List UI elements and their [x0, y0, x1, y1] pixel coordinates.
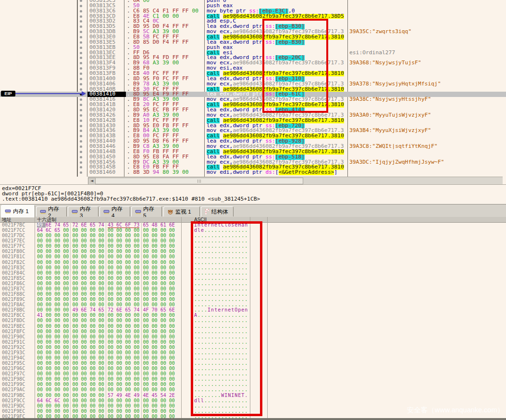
disasm-row[interactable]: 003813C6.C6 85 C4 F1 FF FF 00mov byte pt…: [0, 9, 506, 14]
dump-row[interactable]: 0021F9AC00 00 00 0000 00 00 0000 00 00 0…: [0, 387, 506, 392]
dump-row[interactable]: 0021F96C00 00 00 0000 00 00 0000 00 00 0…: [0, 366, 506, 371]
horizontal-scrollbar[interactable]: ◄: [88, 177, 503, 184]
dump-row[interactable]: 0021F92C00 00 00 0000 00 00 0000 00 00 0…: [0, 345, 506, 350]
breakpoint-dot-icon[interactable]: [80, 31, 82, 33]
breakpoint-dot-icon[interactable]: [80, 57, 82, 59]
dump-row[interactable]: 0021F93C00 00 00 0000 00 00 0000 00 00 0…: [0, 350, 506, 355]
breakpoint-dot-icon[interactable]: [80, 161, 82, 164]
dump-row[interactable]: 0021F94C00 00 00 0000 00 00 0000 00 00 0…: [0, 355, 506, 360]
breakpoint-dot-icon[interactable]: [80, 145, 82, 148]
breakpoint-dot-icon[interactable]: [80, 67, 82, 70]
tab-struct[interactable]: 结构体: [201, 206, 234, 216]
breakpoint-dot-icon[interactable]: [80, 166, 82, 168]
tab-memory-4[interactable]: 内存 4: [99, 206, 130, 216]
tab-watch[interactable]: 监视 1: [163, 206, 200, 216]
breakpoint-dot-icon[interactable]: [80, 171, 82, 174]
scroll-left-arrow-icon[interactable]: ◄: [88, 178, 96, 185]
breakpoint-dot-icon[interactable]: [80, 10, 82, 12]
disasm-row[interactable]: 003813D2.83 C4 0Cadd esp,C: [0, 19, 506, 24]
disasm-row[interactable]: 00381426.B9 A0 A3 39 00mov ecx,ae986dd43…: [0, 113, 506, 118]
breakpoint-dot-icon[interactable]: [80, 47, 82, 49]
tab-memory-5[interactable]: 内存 5: [131, 206, 162, 216]
breakpoint-dot-icon[interactable]: [80, 36, 82, 38]
disasm-row[interactable]: 0038140B.E8 30 FC FF FFcall ae986dd43608…: [0, 87, 506, 92]
dump-row[interactable]: 0021F7EC00 00 00 0000 00 00 0000 00 00 0…: [0, 238, 506, 243]
dump-row[interactable]: 0021F9CC64 6C 6C 0000 00 00 0000 00 00 0…: [0, 398, 506, 403]
breakpoint-dot-icon[interactable]: [80, 5, 82, 7]
breakpoint-dot-icon[interactable]: [80, 15, 82, 18]
tab-memory-2[interactable]: 内存 2: [36, 206, 67, 216]
disasm-row[interactable]: 003813F9.8B F0mov esi,eax: [0, 66, 506, 71]
breakpoint-dot-icon[interactable]: [80, 62, 82, 64]
breakpoint-dot-icon[interactable]: [80, 88, 82, 91]
disasm-row[interactable]: 003813EB.50push eax: [0, 45, 506, 50]
breakpoint-dot-icon[interactable]: [80, 140, 82, 143]
breakpoint-dot-icon[interactable]: [80, 120, 82, 122]
dump-row[interactable]: 0021F83C00 00 00 0000 00 00 0000 00 00 0…: [0, 265, 506, 270]
disasm-row[interactable]: 00381460.8B 3D 94 80 39 00mov edi,dword …: [0, 170, 506, 175]
breakpoint-dot-icon[interactable]: [80, 114, 82, 117]
breakpoint-dot-icon[interactable]: [80, 109, 82, 111]
breakpoint-dot-icon[interactable]: [80, 98, 82, 101]
dump-row[interactable]: 0021F81C00 00 00 0000 00 00 0000 00 00 0…: [0, 254, 506, 259]
dump-row[interactable]: 0021F8AC00 00 00 0000 00 00 0000 00 00 0…: [0, 302, 506, 307]
dump-row[interactable]: 0021F85C00 00 00 0000 00 00 0000 00 00 0…: [0, 276, 506, 281]
disasm-row[interactable]: 0038143B.E8 00 FC FF FFcall ae986dd43608…: [0, 133, 506, 139]
disasm-row[interactable]: 003813CD.E8 4E C1 00 00call ae986dd43608…: [0, 14, 506, 19]
dump-row[interactable]: 0021F7DC00 00 00 0000 00 00 0000 00 00 0…: [0, 233, 506, 238]
breakpoint-dot-icon[interactable]: [80, 20, 82, 23]
disasm-row[interactable]: 00381456.B9 DC A3 39 00mov ecx,ae986dd43…: [0, 160, 506, 165]
disasm-row[interactable]: 00381436.B9 B4 A3 39 00mov ecx,ae986dd43…: [0, 128, 506, 133]
dump-row[interactable]: 0021F98C00 00 00 0000 00 00 0000 00 00 0…: [0, 376, 506, 382]
dump-row[interactable]: 0021F95C00 00 00 0000 00 00 0000 00 00 0…: [0, 360, 506, 366]
breakpoint-dot-icon[interactable]: [80, 130, 82, 132]
dump-row[interactable]: 0021F87C00 00 00 0000 00 00 0000 00 00 0…: [0, 286, 506, 291]
dump-row[interactable]: 0021F8DC00 00 00 0000 00 00 0000 00 00 0…: [0, 318, 506, 323]
dump-row[interactable]: 0021F7FC00 00 00 0000 00 00 0000 00 00 0…: [0, 243, 506, 249]
tab-memory-3[interactable]: 内存 3: [68, 206, 99, 216]
disasm-row[interactable]: 00381416.B9 8C A3 39 00mov ecx,ae986dd43…: [0, 97, 506, 102]
disasm-row[interactable]: 00381406.B9 78 A3 39 00mov ecx,ae986dd43…: [0, 82, 506, 87]
dump-row[interactable]: 0021F8BC00 00 00 0049 6E 74 6572 6E 65 7…: [0, 307, 506, 312]
dump-row[interactable]: 0021F91C00 00 00 0000 00 00 0000 00 00 0…: [0, 339, 506, 345]
breakpoint-dot-icon[interactable]: [80, 52, 82, 54]
disasm-row[interactable]: 003813E0.E8 5B FC FF FFcall ae986dd43608…: [0, 35, 506, 40]
tab-memory-1[interactable]: 内存 1: [1, 205, 35, 217]
dump-row[interactable]: 0021F99C00 00 00 0000 00 00 0000 00 00 0…: [0, 382, 506, 387]
disasm-row[interactable]: 003813FB.E8 40 FC FF FFcall ae986dd43608…: [0, 71, 506, 76]
disassembly-pane[interactable]: 003813C3.6A 00push 0003813C5.50push eax0…: [0, 0, 506, 177]
disasm-row[interactable]: 003813D5.8D 95 D0 F4 FF FFlea edx,dword …: [0, 24, 506, 29]
dump-row[interactable]: 0021F7BC49 6E 74 6572 6E 65 7443 6C 6F 7…: [0, 222, 506, 228]
dump-row[interactable]: 0021F84C00 00 00 0000 00 00 0000 00 00 0…: [0, 270, 506, 276]
disasm-row[interactable]: 003813EC.FF D6call esiesi:Ordinal277: [0, 50, 506, 56]
dump-row[interactable]: 0021F90C00 00 00 0000 00 00 0000 00 00 0…: [0, 334, 506, 339]
dump-row[interactable]: 0021F8FC00 00 00 0000 00 00 0000 00 00 0…: [0, 329, 506, 334]
disasm-row[interactable]: 0038144B.E8 F0 FB FF FFcall ae986dd43608…: [0, 149, 506, 155]
scrollbar-thumb[interactable]: [95, 178, 303, 184]
dump-row[interactable]: 0021F88C00 00 00 0000 00 00 0000 00 00 0…: [0, 291, 506, 297]
disasm-row[interactable]: 0038142B.E8 10 FC FF FFcall ae986dd43608…: [0, 118, 506, 123]
breakpoint-dot-icon[interactable]: [80, 25, 82, 28]
breakpoint-dot-icon[interactable]: [80, 151, 82, 153]
disasm-row[interactable]: 003813F4.B9 68 A3 39 00mov ecx,ae986dd43…: [0, 60, 506, 66]
dump-row[interactable]: 0021F82C00 00 00 0000 00 00 0000 00 00 0…: [0, 260, 506, 265]
breakpoint-dot-icon[interactable]: [80, 156, 82, 158]
disasm-row[interactable]: 0038145B.E8 E0 FB FF FFcall ae986dd43608…: [0, 165, 506, 170]
disasm-row[interactable]: 003813C3.6A 00push 0: [0, 0, 506, 3]
breakpoint-dot-icon[interactable]: [80, 78, 82, 80]
dump-row[interactable]: 0021F80C00 00 00 0000 00 00 0000 00 00 0…: [0, 249, 506, 254]
breakpoint-dot-icon[interactable]: [80, 104, 82, 106]
dump-tab-bar[interactable]: 内存 1内存 2内存 3内存 4内存 5监视 1结构体: [0, 204, 506, 217]
breakpoint-dot-icon[interactable]: [80, 135, 82, 137]
dump-row[interactable]: 0021F86C00 00 00 0000 00 00 0000 00 00 0…: [0, 281, 506, 286]
breakpoint-dot-icon[interactable]: [80, 0, 82, 2]
disasm-row[interactable]: 003813DB.B9 5C A3 39 00mov ecx,ae986dd43…: [0, 29, 506, 35]
disasm-row[interactable]: 003813C5.50push eax: [0, 3, 506, 9]
disasm-row[interactable]: 003813EE.8D 95 F4 FD FF FFlea edx,dword …: [0, 55, 506, 60]
breakpoint-dot-icon[interactable]: [80, 72, 82, 75]
breakpoint-dot-icon[interactable]: [80, 125, 82, 127]
dump-row[interactable]: 0021F8EC00 00 00 0000 00 00 0000 00 00 0…: [0, 324, 506, 329]
disasm-row[interactable]: 003813E5.8D 85 D0 F4 FF FFlea eax,dword …: [0, 40, 506, 45]
dump-row[interactable]: 0021F89C00 00 00 0000 00 00 0000 00 00 0…: [0, 297, 506, 302]
dump-row[interactable]: 0021F97C00 00 00 0000 00 00 0000 00 00 0…: [0, 371, 506, 376]
